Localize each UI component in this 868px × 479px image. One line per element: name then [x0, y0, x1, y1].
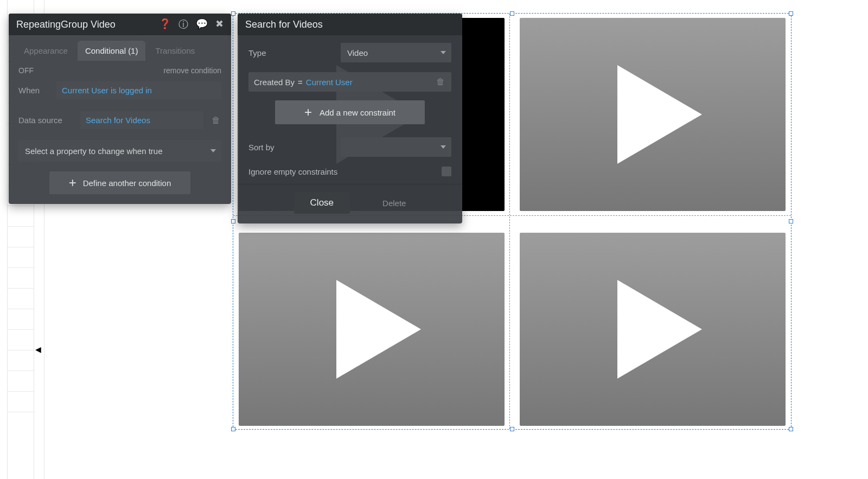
comment-icon[interactable]: 💬	[196, 18, 208, 31]
panel-title: RepeatingGroup Video	[16, 19, 116, 30]
when-expression[interactable]: Current User is logged in	[56, 81, 221, 99]
chevron-down-icon	[210, 149, 216, 152]
type-label: Type	[248, 48, 330, 58]
play-icon	[582, 259, 723, 400]
svg-marker-2	[336, 280, 421, 379]
select-placeholder: Select a property to change when true	[25, 146, 163, 156]
search-panel[interactable]: Search for Videos Type Video Created By …	[238, 14, 462, 223]
svg-marker-1	[617, 65, 702, 164]
close-icon[interactable]: ✖	[215, 18, 224, 31]
plus-icon: +	[304, 106, 312, 119]
trash-icon[interactable]: 🗑	[210, 116, 221, 125]
remove-condition-link[interactable]: remove condition	[163, 66, 221, 75]
play-icon	[582, 44, 723, 185]
button-label: Define another condition	[83, 178, 171, 188]
sortby-select[interactable]	[341, 137, 451, 157]
resize-handle[interactable]	[510, 11, 514, 16]
video-cell[interactable]	[520, 233, 786, 426]
chevron-down-icon	[441, 51, 446, 54]
grid-col-divider	[509, 14, 510, 429]
help-icon[interactable]: ❓	[159, 18, 171, 31]
trash-icon[interactable]: 🗑	[435, 77, 446, 87]
property-to-change-select[interactable]: Select a property to change when true	[18, 140, 221, 162]
resize-handle[interactable]	[789, 11, 793, 16]
svg-marker-3	[617, 280, 702, 379]
datasource-expression[interactable]: Search for Videos	[80, 111, 203, 129]
resize-handle[interactable]	[789, 219, 793, 223]
delete-button[interactable]: Delete	[382, 199, 406, 208]
constraint-row[interactable]: Created By = Current User 🗑	[248, 72, 451, 92]
tab-transitions[interactable]: Transitions	[148, 41, 202, 61]
tab-appearance[interactable]: Appearance	[16, 41, 75, 61]
collapse-left-icon[interactable]: ◀	[35, 345, 41, 354]
element-inspector-panel[interactable]: RepeatingGroup Video ❓ ⓘ 💬 ✖ Appearance …	[9, 14, 231, 204]
resize-handle[interactable]	[789, 427, 793, 431]
resize-handle[interactable]	[231, 219, 235, 223]
when-label: When	[18, 86, 49, 95]
video-cell[interactable]	[520, 18, 786, 211]
sortby-label: Sort by	[248, 143, 330, 152]
add-constraint-button[interactable]: + Add a new constraint	[275, 100, 425, 124]
resize-handle[interactable]	[510, 427, 514, 431]
condition-off-label: OFF	[18, 66, 34, 75]
constraint-value: Current User	[306, 78, 353, 87]
resize-handle[interactable]	[231, 427, 235, 431]
chevron-down-icon	[441, 145, 446, 149]
gutter-left	[0, 0, 8, 479]
play-icon	[301, 259, 442, 400]
define-another-condition-button[interactable]: + Define another condition	[49, 171, 190, 194]
select-value: Video	[347, 48, 368, 58]
video-cell[interactable]	[239, 233, 505, 426]
plus-icon: +	[69, 176, 76, 189]
type-select[interactable]: Video	[341, 43, 451, 62]
ignore-empty-checkbox[interactable]	[442, 167, 451, 176]
panel-title: Search for Videos	[245, 19, 323, 30]
constraint-op: =	[298, 78, 303, 87]
tab-conditional[interactable]: Conditional (1)	[78, 41, 146, 61]
info-icon[interactable]: ⓘ	[178, 18, 188, 31]
resize-handle[interactable]	[231, 11, 235, 16]
constraint-field: Created By	[254, 78, 295, 87]
button-label: Add a new constraint	[320, 108, 395, 117]
ignore-empty-label: Ignore empty constraints	[248, 167, 431, 176]
datasource-label: Data source	[18, 116, 73, 125]
close-button[interactable]: Close	[294, 192, 350, 214]
